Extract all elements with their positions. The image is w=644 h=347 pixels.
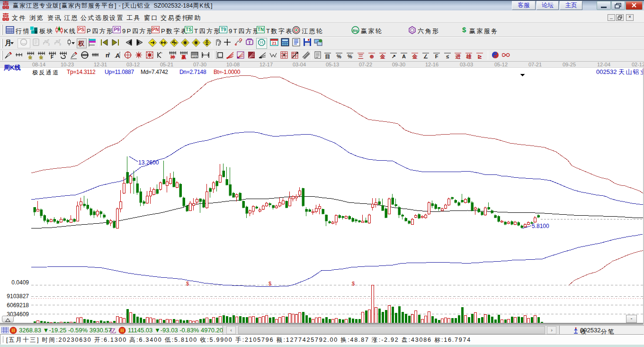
svg-text:07-30: 07-30 <box>193 62 206 67</box>
svg-text:$: $ <box>352 281 355 286</box>
svg-text:12-04: 12-04 <box>597 62 610 67</box>
svg-text:05-12: 05-12 <box>494 62 508 67</box>
svg-text:10-08: 10-08 <box>226 62 240 67</box>
svg-text:03-04: 03-04 <box>293 62 306 67</box>
svg-text:$: $ <box>186 281 189 286</box>
svg-text:10-23: 10-23 <box>61 62 74 67</box>
svg-text:02-12: 02-12 <box>632 62 644 67</box>
svg-text:08-14: 08-14 <box>32 62 45 67</box>
svg-text:5.8100: 5.8100 <box>532 223 549 229</box>
svg-text:03-12: 03-12 <box>126 62 140 67</box>
svg-text:9103827: 9103827 <box>7 293 29 300</box>
svg-text:07-22: 07-22 <box>359 62 372 67</box>
svg-text:09-25: 09-25 <box>563 62 576 67</box>
svg-text:12-16: 12-16 <box>425 62 438 67</box>
svg-text:07-21: 07-21 <box>528 62 542 67</box>
svg-text:05-21: 05-21 <box>160 62 173 67</box>
svg-text:12-17: 12-17 <box>259 62 273 67</box>
svg-text:13.2600: 13.2600 <box>138 159 159 166</box>
svg-text:05-13: 05-13 <box>326 62 339 67</box>
svg-text:12-31: 12-31 <box>94 62 107 67</box>
svg-text:0.0409: 0.0409 <box>11 279 29 286</box>
svg-text:09-30: 09-30 <box>392 62 405 67</box>
svg-text:$: $ <box>268 281 271 286</box>
svg-text:6069218: 6069218 <box>7 302 29 309</box>
svg-text:03-03: 03-03 <box>460 62 473 67</box>
